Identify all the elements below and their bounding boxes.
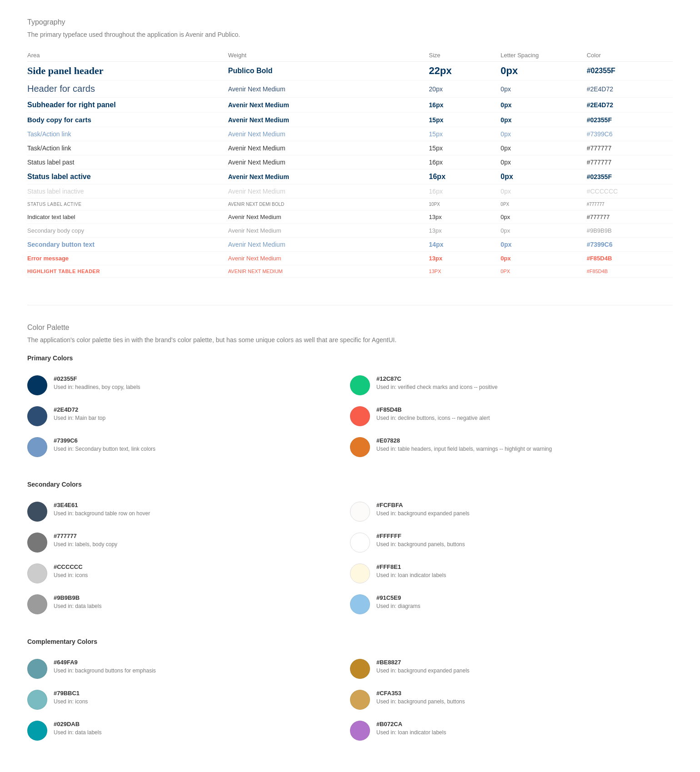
color-hex: #649FA9 bbox=[54, 659, 156, 666]
color-info: #FCFBFAUsed in: background expanded pane… bbox=[376, 502, 470, 518]
typo-cell-12-1: Avenir Next Medium bbox=[228, 238, 429, 252]
color-usage: Used in: background table row on hover bbox=[54, 510, 150, 518]
color-item-0-1-right: #F85D4BUsed in: decline buttons, icons -… bbox=[350, 401, 673, 432]
color-item-1-0-right: #FCFBFAUsed in: background expanded pane… bbox=[350, 496, 673, 527]
typo-cell-10-4: #777777 bbox=[587, 210, 673, 224]
color-group-1: Secondary Colors#3E4E61Used in: backgrou… bbox=[27, 481, 673, 620]
color-usage: Used in: Main bar top bbox=[54, 414, 105, 422]
typo-cell-11-0: Secondary body copy bbox=[27, 224, 228, 238]
typo-cell-3-3: 0px bbox=[500, 113, 586, 127]
color-item-1-1-left: #777777Used in: labels, body copy bbox=[27, 527, 350, 558]
color-info: #79BBC1Used in: icons bbox=[54, 690, 88, 706]
color-item-0-2-left: #7399C6Used in: Secondary button text, l… bbox=[27, 432, 350, 463]
typography-desc: The primary typeface used throughout the… bbox=[27, 31, 673, 38]
color-info: #CCCCCCUsed in: icons bbox=[54, 563, 88, 579]
color-hex: #B072CA bbox=[376, 721, 446, 727]
color-usage: Used in: data labels bbox=[54, 603, 101, 610]
color-swatch bbox=[27, 563, 47, 583]
color-hex: #FFF8E1 bbox=[376, 563, 446, 570]
color-group-2: Complementary Colors#649FA9Used in: back… bbox=[27, 638, 673, 746]
color-info: #CFA353Used in: background panels, butto… bbox=[376, 690, 465, 706]
table-row: Body copy for cartsAvenir Next Medium15p… bbox=[27, 113, 673, 127]
typo-cell-5-4: #777777 bbox=[587, 141, 673, 155]
color-hex: #3E4E61 bbox=[54, 502, 150, 508]
typo-cell-9-2: 10PX bbox=[429, 199, 501, 210]
color-info: #2E4D72Used in: Main bar top bbox=[54, 406, 105, 422]
color-hex: #02355F bbox=[54, 375, 140, 382]
color-hex: #2E4D72 bbox=[54, 406, 105, 413]
typo-cell-0-0: Side panel header bbox=[27, 62, 228, 80]
color-swatch bbox=[350, 659, 370, 679]
color-usage: Used in: background buttons for emphasis bbox=[54, 667, 156, 675]
col-header-size: Size bbox=[429, 49, 501, 62]
typo-cell-6-3: 0px bbox=[500, 155, 586, 169]
color-swatch bbox=[27, 406, 47, 426]
table-row: Error messageAvenir Next Medium13px0px#F… bbox=[27, 252, 673, 265]
table-row: Header for cardsAvenir Next Medium20px0p… bbox=[27, 80, 673, 98]
color-hex: #FCFBFA bbox=[376, 502, 470, 508]
color-col-right-2: #BE8827Used in: background expanded pane… bbox=[350, 653, 673, 746]
color-item-2-2-right: #B072CAUsed in: loan indicator labels bbox=[350, 715, 673, 746]
typo-cell-14-1: AVENIR NEXT MEDIUM bbox=[228, 265, 429, 278]
typo-cell-2-0: Subheader for right panel bbox=[27, 98, 228, 113]
color-info: #F85D4BUsed in: decline buttons, icons -… bbox=[376, 406, 490, 422]
typo-cell-3-4: #02355F bbox=[587, 113, 673, 127]
color-hex: #CCCCCC bbox=[54, 563, 88, 570]
table-row: Subheader for right panelAvenir Next Med… bbox=[27, 98, 673, 113]
typo-cell-2-4: #2E4D72 bbox=[587, 98, 673, 113]
color-item-2-0-left: #649FA9Used in: background buttons for e… bbox=[27, 653, 350, 684]
color-swatch bbox=[350, 437, 370, 457]
typo-cell-13-3: 0px bbox=[500, 252, 586, 265]
color-hex: #777777 bbox=[54, 533, 117, 539]
typo-cell-11-1: Avenir Next Medium bbox=[228, 224, 429, 238]
color-swatch bbox=[350, 690, 370, 710]
color-info: #E07828Used in: table headers, input fie… bbox=[376, 437, 552, 453]
typo-cell-14-3: 0PX bbox=[500, 265, 586, 278]
color-group-title-2: Complementary Colors bbox=[27, 638, 673, 645]
color-hex: #CFA353 bbox=[376, 690, 465, 697]
color-item-0-1-left: #2E4D72Used in: Main bar top bbox=[27, 401, 350, 432]
color-item-1-2-right: #FFF8E1Used in: loan indicator labels bbox=[350, 558, 673, 589]
color-info: #B072CAUsed in: loan indicator labels bbox=[376, 721, 446, 737]
typo-cell-4-1: Avenir Next Medium bbox=[228, 127, 429, 141]
typo-cell-12-4: #7399C6 bbox=[587, 238, 673, 252]
color-hex: #F85D4B bbox=[376, 406, 490, 413]
typo-cell-14-0: HIGHLIGHT TABLE HEADER bbox=[27, 265, 228, 278]
typo-cell-11-3: 0px bbox=[500, 224, 586, 238]
col-header-color: Color bbox=[587, 49, 673, 62]
color-swatch bbox=[27, 659, 47, 679]
color-swatch bbox=[350, 594, 370, 614]
typo-cell-0-1: Publico Bold bbox=[228, 62, 429, 80]
color-hex: #FFFFFF bbox=[376, 533, 465, 539]
typo-cell-13-0: Error message bbox=[27, 252, 228, 265]
typo-cell-5-0: Task/Action link bbox=[27, 141, 228, 155]
typo-cell-5-3: 0px bbox=[500, 141, 586, 155]
typo-cell-13-4: #F85D4B bbox=[587, 252, 673, 265]
color-item-0-2-right: #E07828Used in: table headers, input fie… bbox=[350, 432, 673, 463]
color-swatch bbox=[350, 533, 370, 553]
color-hex: #91C5E9 bbox=[376, 594, 420, 601]
color-info: #649FA9Used in: background buttons for e… bbox=[54, 659, 156, 675]
color-hex: #9B9B9B bbox=[54, 594, 101, 601]
color-item-1-3-left: #9B9B9BUsed in: data labels bbox=[27, 589, 350, 620]
color-info: #3E4E61Used in: background table row on … bbox=[54, 502, 150, 518]
table-row: Task/Action linkAvenir Next Medium15px0p… bbox=[27, 141, 673, 155]
color-col-right-0: #12C87CUsed in: verified check marks and… bbox=[350, 370, 673, 463]
typography-title: Typography bbox=[27, 18, 673, 26]
typo-cell-12-2: 14px bbox=[429, 238, 501, 252]
color-info: #02355FUsed in: headlines, boy copy, lab… bbox=[54, 375, 140, 391]
color-grid-2: #649FA9Used in: background buttons for e… bbox=[27, 653, 673, 746]
color-item-1-0-left: #3E4E61Used in: background table row on … bbox=[27, 496, 350, 527]
color-usage: Used in: icons bbox=[54, 572, 88, 579]
color-usage: Used in: background panels, buttons bbox=[376, 698, 465, 706]
typo-cell-4-0: Task/Action link bbox=[27, 127, 228, 141]
typo-cell-5-2: 15px bbox=[429, 141, 501, 155]
color-col-right-1: #FCFBFAUsed in: background expanded pane… bbox=[350, 496, 673, 620]
typo-cell-2-2: 16px bbox=[429, 98, 501, 113]
typo-cell-3-0: Body copy for carts bbox=[27, 113, 228, 127]
color-swatch bbox=[27, 533, 47, 553]
typo-cell-8-0: Status label inactive bbox=[27, 184, 228, 199]
typo-cell-0-3: 0px bbox=[500, 62, 586, 80]
typo-cell-7-3: 0px bbox=[500, 169, 586, 184]
color-grid-0: #02355FUsed in: headlines, boy copy, lab… bbox=[27, 370, 673, 463]
